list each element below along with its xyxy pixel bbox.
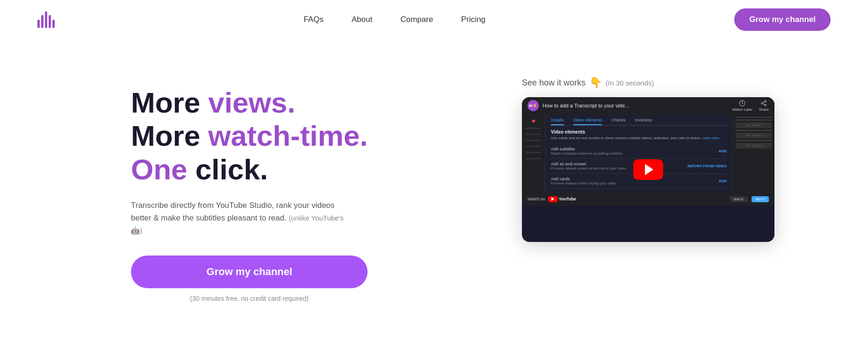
play-triangle-icon — [645, 164, 653, 175]
yt-section-title: Video elements — [551, 129, 727, 135]
yt-right-line-2 — [736, 120, 772, 121]
headline-click: click. — [188, 153, 268, 185]
yt-sidebar-line-4 — [526, 146, 541, 147]
headline-line2: More watch-time. — [131, 120, 368, 152]
logo-icon — [37, 11, 55, 28]
yt-share-btn[interactable]: Share — [759, 100, 769, 112]
see-how-label: See how it works 👇 (In 30 seconds) — [522, 77, 784, 89]
yt-right-line-4 — [736, 140, 772, 141]
logo-bar-3 — [45, 11, 47, 28]
yt-cards-label: Add cards — [551, 177, 616, 181]
hero-headline: More views. More watch-time. One click. — [131, 86, 368, 186]
hero-left: More views. More watch-time. One click. … — [131, 77, 368, 302]
nav-pricing[interactable]: Pricing — [461, 15, 485, 24]
logo-bar-4 — [49, 15, 51, 28]
yt-video-title: How to add a Transcript to your vide... — [542, 103, 629, 108]
logo-bar-2 — [41, 15, 43, 28]
nav-about[interactable]: About — [352, 15, 372, 24]
nav-faqs[interactable]: FAQs — [304, 15, 324, 24]
yt-right-btn-1[interactable]: SET DRAFT — [736, 122, 772, 128]
yt-sidebar — [522, 114, 545, 192]
navbar: FAQs About Compare Pricing Grow my chann… — [0, 0, 868, 39]
yt-top-bar-left: ai⚡ How to add a Transcript to your vide… — [528, 100, 629, 111]
hero-right: See how it works 👇 (In 30 seconds) ai⚡ H… — [522, 77, 784, 242]
headline-line3: One click. — [131, 153, 268, 185]
hero-description: Transcribe directly from YouTube Studio,… — [131, 199, 346, 237]
yt-endscreen-label: Add an end screen — [551, 162, 626, 166]
hero-disclaimer: (30 minutes free, no credit card require… — [131, 295, 368, 302]
yt-main-content: Details Video elements Checks Inventory … — [545, 114, 732, 192]
headline-views: views. — [208, 86, 295, 119]
svg-line-5 — [763, 101, 765, 102]
yt-right-btn-3[interactable]: SET DRAFT — [736, 143, 772, 149]
yt-sidebar-line-2 — [526, 134, 541, 135]
logo-bar-5 — [52, 20, 55, 28]
svg-point-3 — [765, 104, 767, 106]
logo[interactable] — [37, 11, 55, 28]
yt-item-subtitles: Add subtitles Reach a broader audience b… — [551, 144, 727, 159]
yt-right-btn-2[interactable]: SET DRAFT — [736, 133, 772, 138]
seconds-label: (In 30 seconds) — [606, 79, 654, 87]
yt-section-desc: Use cards and an end screen to show view… — [551, 136, 727, 140]
nav-cta-button[interactable]: Grow my channel — [734, 8, 831, 31]
see-how-text: See how it works — [522, 78, 586, 88]
yt-content-area: Details Video elements Checks Inventory … — [522, 114, 774, 192]
video-play-button[interactable] — [633, 159, 663, 180]
hand-emoji: 👇 — [589, 77, 602, 89]
hero-section: More views. More watch-time. One click. … — [0, 39, 868, 330]
yt-subtitles-add-btn[interactable]: ADD — [719, 149, 727, 153]
yt-next-btn[interactable]: NEXT — [752, 196, 769, 202]
headline-line1: More views. — [131, 86, 295, 119]
yt-tabs: Details Video elements Checks Inventory — [551, 118, 727, 126]
yt-sidebar-line-3 — [526, 140, 541, 141]
nav-compare[interactable]: Compare — [400, 15, 433, 24]
yt-ai-badge: ai⚡ — [528, 100, 539, 111]
yt-cards-desc: Promote related content during your vide… — [551, 181, 616, 185]
yt-sidebar-line-6 — [526, 158, 541, 159]
yt-sidebar-line-5 — [526, 152, 541, 153]
nav-links: FAQs About Compare Pricing — [304, 15, 485, 24]
yt-item-cards-info: Add cards Promote related content during… — [551, 177, 616, 185]
yt-top-bar-right: Watch Later Share — [732, 100, 769, 112]
yt-right-line-3 — [736, 130, 772, 131]
yt-endscreen-import-btn[interactable]: IMPORT FROM VIDEO — [687, 164, 727, 168]
yt-sidebar-dot — [532, 120, 535, 122]
svg-point-1 — [765, 100, 767, 102]
headline-one: One — [131, 153, 188, 185]
logo-bar-1 — [37, 20, 40, 28]
yt-logo: YouTube — [548, 196, 576, 202]
yt-cards-add-btn[interactable]: ADD — [719, 179, 727, 183]
yt-right-panel: SET DRAFT SET DRAFT SET DRAFT — [732, 114, 774, 192]
yt-back-btn[interactable]: BACK — [730, 196, 748, 202]
yt-nav-btns: BACK NEXT — [730, 196, 769, 202]
yt-item-endscreen-info: Add an end screen Promote related conten… — [551, 162, 626, 170]
video-container[interactable]: ai⚡ How to add a Transcript to your vide… — [522, 97, 774, 242]
yt-logo-text: YouTube — [559, 197, 576, 201]
headline-more-2: More — [131, 120, 208, 152]
yt-item-subtitles-info: Add subtitles Reach a broader audience b… — [551, 147, 622, 156]
yt-watch-on: Watch on YouTube — [528, 196, 576, 202]
yt-tab-details[interactable]: Details — [551, 118, 564, 125]
yt-watch-later-btn[interactable]: Watch Later — [732, 100, 752, 112]
yt-bottom-bar: Watch on YouTube BACK NEXT — [522, 192, 774, 206]
yt-tab-video-elements[interactable]: Video elements — [573, 118, 602, 125]
yt-tab-visibility[interactable]: Inventory — [635, 118, 652, 125]
yt-right-line-1 — [736, 117, 772, 118]
yt-logo-red — [548, 196, 557, 202]
yt-sidebar-line-1 — [526, 128, 541, 129]
headline-watchtime: watch-time. — [208, 120, 368, 152]
yt-top-bar: ai⚡ How to add a Transcript to your vide… — [522, 97, 774, 114]
yt-endscreen-desc: Promote related content at the end of yo… — [551, 166, 626, 170]
yt-tab-checks[interactable]: Checks — [611, 118, 625, 125]
headline-more-1: More — [131, 86, 208, 119]
hero-cta-button[interactable]: Grow my channel — [131, 256, 368, 288]
yt-subtitles-label: Add subtitles — [551, 147, 622, 151]
svg-point-2 — [761, 102, 763, 104]
svg-line-4 — [763, 103, 765, 104]
yt-subtitles-desc: Reach a broader audience by adding subti… — [551, 151, 622, 156]
watch-on-label: Watch on — [528, 197, 545, 201]
